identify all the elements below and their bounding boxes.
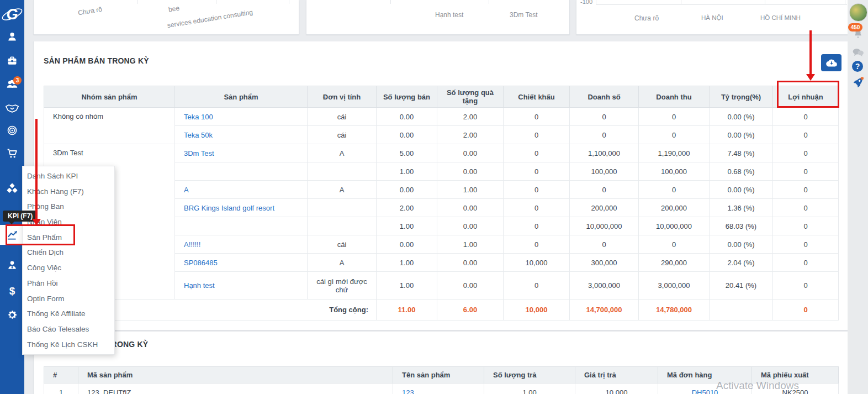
briefcase-icon[interactable]	[0, 55, 24, 66]
value-cell: 0	[504, 108, 570, 126]
value-cell	[308, 199, 377, 217]
menu-item-th-ng-k-affiliate[interactable]: Thống Kê Affiliate	[23, 306, 114, 322]
value-cell: 0	[570, 181, 639, 199]
chart-card-3: -100 Chưa rõ HÀ NỘI HỒ CHÍ MINH	[576, 0, 849, 35]
value-cell: 1.00	[437, 235, 504, 254]
value-cell: 0	[639, 235, 710, 254]
value-cell: 1.00	[377, 217, 437, 235]
product-link[interactable]: SP086485	[184, 259, 218, 267]
help-icon[interactable]: ?	[852, 61, 863, 72]
value-cell: 100,000	[639, 162, 710, 181]
column-header: Doanh số	[570, 86, 639, 108]
product-link[interactable]: Hạnh test	[184, 281, 215, 290]
order-link[interactable]: DH5010	[692, 388, 718, 394]
value-cell: 290,000	[639, 254, 710, 272]
gear-icon[interactable]	[0, 309, 24, 321]
product-cell: SP086485	[175, 254, 308, 272]
value-cell: 2.00	[437, 108, 504, 126]
product-link[interactable]: A	[184, 186, 189, 194]
menu-item-c-ng-vi-c[interactable]: Công Việc	[23, 260, 114, 276]
value-cell: 0.00	[437, 272, 504, 300]
value-cell: 1,100,000	[570, 144, 639, 162]
value-cell: 2.00	[437, 126, 504, 144]
value-cell: 123	[393, 384, 484, 394]
product-cell: Teka 50k	[175, 126, 308, 144]
product-link[interactable]: BRG Kings Island golf resort	[184, 204, 274, 212]
staff-icon[interactable]	[0, 260, 24, 271]
value-cell: 1.00	[377, 162, 437, 181]
value-cell: 0	[773, 235, 839, 254]
value-cell: 123..DEUTfIZ	[78, 384, 393, 394]
column-header: Doanh thu	[639, 86, 710, 108]
gridline	[216, 0, 216, 4]
chat-icon[interactable]	[848, 48, 868, 60]
axis-label: Chưa rõ	[634, 14, 659, 22]
value-cell: 2.00	[377, 199, 437, 217]
total-value: 11.00	[377, 300, 437, 321]
menu-item-chi-n-d-ch[interactable]: Chiến Dịch	[23, 245, 114, 260]
value-cell: 0	[639, 126, 710, 144]
total-value: 0	[773, 300, 839, 321]
value-cell: 10,000	[504, 254, 570, 272]
total-value	[710, 300, 773, 321]
axis-label: 3Dm Test	[510, 11, 537, 19]
menu-item-th-ng-k-l-ch-cskh[interactable]: Thống Kê Lịch CSKH	[23, 337, 114, 353]
product-link[interactable]: Teka 50k	[184, 131, 213, 139]
column-header: Chiết khấu	[504, 86, 570, 108]
total-value: 14,780,000	[639, 300, 710, 321]
value-cell: 1.00	[484, 384, 575, 394]
product-link[interactable]: 123	[402, 388, 414, 394]
product-cell: Teka 100	[175, 108, 308, 126]
total-row: Tổng cộng:11.006.0010,00014,700,00014,78…	[44, 300, 839, 321]
user-avatar[interactable]	[849, 3, 867, 22]
column-header: Đơn vị tính	[308, 86, 377, 108]
value-cell: 0	[504, 199, 570, 217]
customer-icon[interactable]	[0, 31, 24, 42]
axis-label: bee	[168, 4, 180, 14]
value-cell: 0	[773, 181, 839, 199]
value-cell: 7.48 (%)	[710, 144, 773, 162]
value-cell: 0	[570, 126, 639, 144]
users-notification-badge: 3	[13, 76, 22, 85]
menu-item-b-o-c-o-telesales[interactable]: Báo Cáo Telesales	[23, 322, 114, 337]
value-cell: 0	[639, 108, 710, 126]
gridline	[390, 0, 391, 4]
export-button[interactable]	[821, 54, 841, 71]
handshake-icon[interactable]	[0, 103, 24, 113]
total-value: 6.00	[437, 300, 504, 321]
app-logo[interactable]: G	[0, 2, 24, 27]
value-cell: 0.00	[377, 181, 437, 199]
menu-item-ph-n-h-i[interactable]: Phản Hồi	[23, 276, 114, 291]
value-cell: 0.00	[377, 108, 437, 126]
value-cell: 2.04 (%)	[710, 254, 773, 272]
column-header: Mã sản phẩm	[78, 367, 393, 384]
value-cell: 0	[504, 217, 570, 235]
cubes-icon[interactable]	[0, 183, 24, 194]
value-cell: 0.00	[437, 254, 504, 272]
column-header: Sản phẩm	[175, 86, 308, 108]
column-header: Số lượng quà tặng	[437, 86, 504, 108]
annotation-box-san-pham	[6, 224, 75, 245]
value-cell: 1.00	[377, 272, 437, 300]
gridline	[845, 0, 845, 4]
dollar-icon[interactable]: $	[0, 285, 24, 297]
value-cell: 0	[773, 126, 839, 144]
menu-item-optin-form[interactable]: Optin Form	[23, 291, 114, 307]
product-link[interactable]: 3Dm Test	[184, 149, 214, 157]
target-icon[interactable]	[0, 125, 24, 136]
product-link[interactable]: Teka 100	[184, 113, 213, 121]
product-cell	[175, 162, 308, 181]
value-cell: 200,000	[570, 199, 639, 217]
gridline	[489, 0, 489, 4]
column-header: Nhóm sản phẩm	[44, 86, 175, 108]
value-cell: A	[308, 181, 377, 199]
axis-label: Hạnh test	[435, 11, 463, 19]
sales-table: Nhóm sản phẩmSản phẩmĐơn vị tínhSố lượng…	[44, 86, 839, 321]
product-cell: 3Dm Test	[175, 144, 308, 162]
axis-label: Chưa rõ	[77, 6, 103, 17]
column-header: Số lượng bán	[377, 86, 437, 108]
cart-icon[interactable]	[0, 148, 24, 159]
product-cell: BRG Kings Island golf resort	[175, 199, 308, 217]
product-link[interactable]: A!!!!!!	[184, 240, 200, 249]
rocket-icon[interactable]	[848, 76, 868, 91]
